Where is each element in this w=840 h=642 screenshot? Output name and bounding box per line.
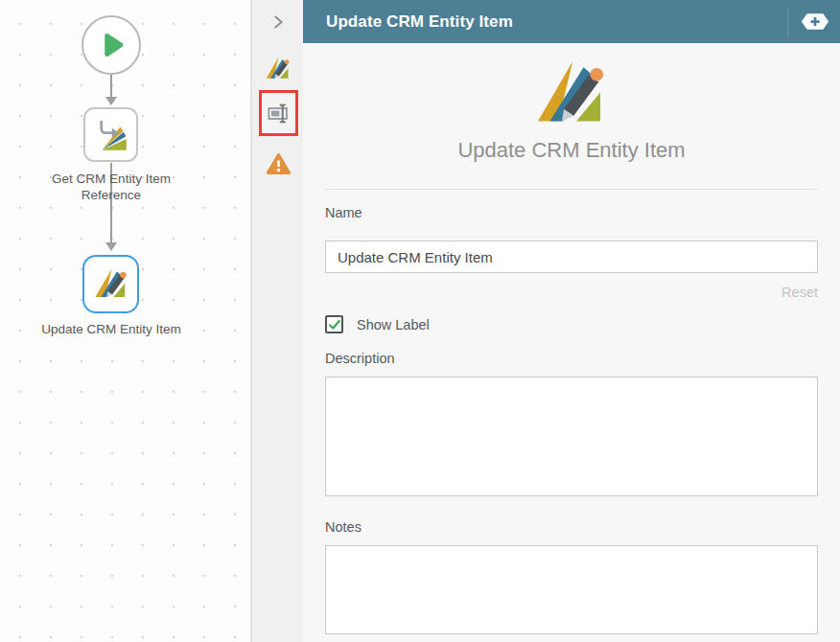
hexagon-plus-icon <box>801 11 829 32</box>
toolbar-warnings-tab[interactable] <box>252 151 304 177</box>
properties-panel: Update CRM Entity Item <box>303 0 840 642</box>
flow-connector-arrow <box>105 97 117 105</box>
chevron-right-icon <box>268 11 289 33</box>
update-crm-entity-icon-large <box>533 57 610 133</box>
node-update-crm-entity-item-selected[interactable] <box>82 255 139 313</box>
flow-connector-arrow <box>105 242 117 251</box>
header-divider <box>787 8 788 36</box>
update-crm-entity-icon <box>93 266 129 303</box>
checkmark-icon <box>328 318 341 332</box>
description-textarea[interactable] <box>325 377 818 496</box>
notes-field-label: Notes <box>325 518 818 536</box>
notes-textarea[interactable] <box>325 545 818 634</box>
name-input[interactable] <box>325 241 818 273</box>
panel-header-title: Update CRM Entity Item <box>326 12 787 32</box>
toolbar-step-info-tab[interactable] <box>252 56 304 82</box>
rename-tab-highlight-box[interactable] <box>259 90 298 136</box>
reset-link[interactable]: Reset <box>325 285 818 300</box>
play-icon <box>94 28 128 62</box>
rename-icon <box>266 101 292 126</box>
node-label: Update CRM Entity Item <box>39 321 183 337</box>
name-field-label: Name <box>325 204 818 221</box>
start-node[interactable] <box>82 15 141 75</box>
properties-panel-body: Update CRM Entity Item Name Reset Show L… <box>303 43 840 642</box>
add-data-button[interactable] <box>798 8 832 36</box>
show-label-checkbox-label: Show Label <box>357 317 430 332</box>
collapse-panel-button[interactable] <box>252 11 304 33</box>
flow-canvas[interactable]: Get CRM Entity Item Reference Update CRM… <box>0 0 251 642</box>
node-label: Get CRM Entity Item Reference <box>30 171 193 203</box>
node-get-crm-entity-item-reference[interactable] <box>83 107 138 162</box>
show-label-checkbox[interactable] <box>325 315 343 333</box>
flow-connector <box>110 75 112 98</box>
step-title: Update CRM Entity Item <box>325 138 818 163</box>
warning-icon <box>266 151 292 177</box>
get-crm-entity-icon <box>93 117 129 153</box>
section-divider <box>325 189 818 190</box>
side-toolbar <box>251 0 303 642</box>
properties-panel-header: Update CRM Entity Item <box>303 0 840 43</box>
crm-step-icon <box>265 56 292 82</box>
description-field-label: Description <box>325 350 818 367</box>
